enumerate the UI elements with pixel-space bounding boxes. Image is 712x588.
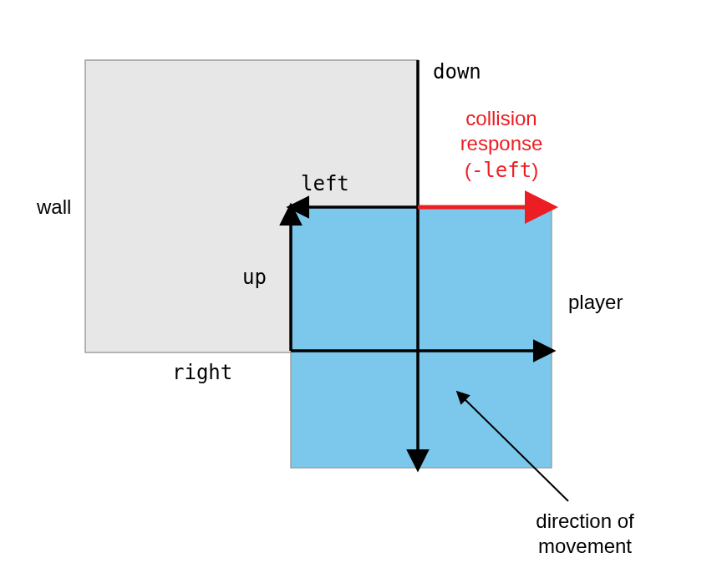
- wall-label: wall: [36, 195, 71, 218]
- player-rect: [291, 207, 552, 468]
- up-label: up: [242, 266, 267, 289]
- direction-label-line1: direction of: [536, 509, 634, 532]
- collision-response-label-line3: (-left): [465, 159, 538, 182]
- right-label: right: [172, 361, 232, 384]
- collision-paren-close: ): [531, 159, 538, 181]
- collision-neg-left: -left: [471, 159, 531, 182]
- collision-response-label-line2: response: [460, 132, 543, 155]
- left-label: left: [301, 172, 349, 195]
- collision-paren-open: (: [465, 159, 471, 181]
- player-label: player: [568, 291, 623, 313]
- collision-diagram: wall player down left up right collision…: [0, 0, 712, 588]
- collision-response-label-line1: collision: [465, 107, 537, 129]
- down-label: down: [433, 60, 481, 84]
- direction-label-line2: movement: [538, 535, 632, 557]
